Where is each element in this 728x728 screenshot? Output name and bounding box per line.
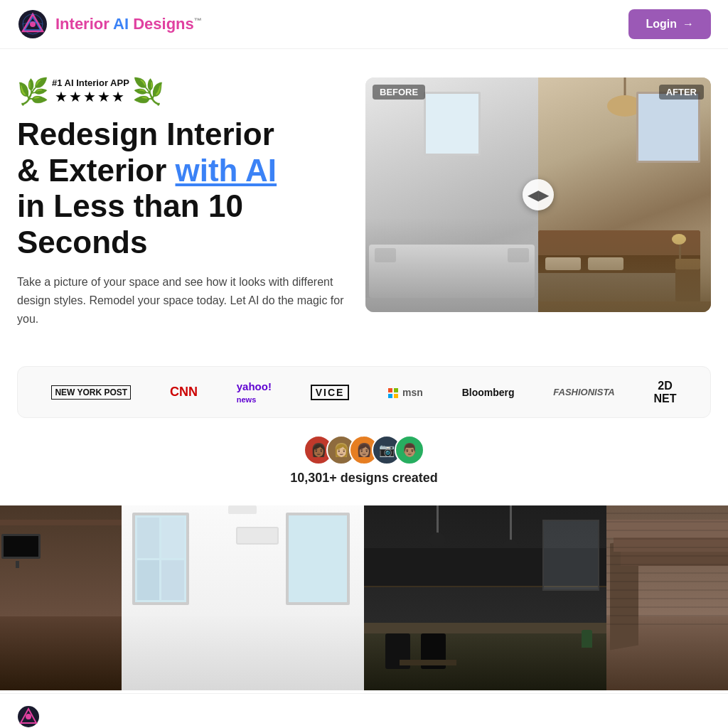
slider-icon: ◀▶ [528,186,549,203]
award-badge: 🌿 #1 AI Interior APP ★★★★★ 🌿 [17,77,344,105]
heading-line3: in Less than 10 [17,188,243,223]
logo-icon [17,9,48,40]
gallery-item-3 [364,505,606,690]
before-panel: BEFORE [365,77,538,312]
avatars-group: 👩🏾 👩🏼 👩🏽 📷 👨🏽 [304,435,424,465]
gallery-item-4 [606,505,728,690]
press-logo-nytimes: NEW YORK POST [51,385,131,400]
after-panel: AFTER [538,77,711,312]
logo-area: Interior AI Designs™ [17,9,202,40]
heading-line1: Redesign Interior [17,117,274,151]
gallery-item-1 [0,505,122,690]
svg-rect-5 [388,388,392,392]
hero-heading: Redesign Interior & Exterior with AI in … [17,117,344,260]
avatar-5: 👨🏽 [395,435,424,465]
logo-text: Interior AI Designs™ [55,15,202,33]
laurel-left-icon: 🌿 [17,79,49,105]
award-stars: ★★★★★ [52,88,129,105]
bottom-logo-icon [17,705,40,728]
svg-rect-8 [394,394,398,398]
hero-section: 🌿 #1 AI Interior APP ★★★★★ 🌿 Redesign In… [0,49,728,366]
press-bar: NEW YORK POST CNN yahoo!news VICE msn Bl… [17,366,711,418]
press-logo-zdnet: 2DNET [654,380,677,405]
hero-description: Take a picture of your space and see how… [17,273,344,328]
press-logo-vice: VICE [311,385,350,400]
svg-point-11 [26,714,31,719]
heading-line2-plain: & Exterior [17,153,176,188]
designs-count: 10,301+ designs created [290,471,438,486]
login-arrow-icon: → [682,18,694,31]
login-label: Login [646,18,677,31]
gallery-item-2 [122,505,364,690]
social-proof: 👩🏾 👩🏼 👩🏽 📷 👨🏽 10,301+ designs created [0,435,728,486]
login-button[interactable]: Login → [628,9,711,39]
heading-line4: Seconds [17,225,147,259]
award-title: #1 AI Interior APP [52,77,129,88]
heading-ai-highlight: with AI [176,153,277,188]
award-center: #1 AI Interior APP ★★★★★ [52,77,129,105]
hero-left: 🌿 #1 AI Interior APP ★★★★★ 🌿 Redesign In… [17,77,344,345]
press-logo-cnn: CNN [170,385,198,400]
press-logo-yahoo: yahoo!news [237,380,272,405]
svg-rect-6 [394,388,398,392]
header: Interior AI Designs™ Login → [0,0,728,49]
slider-handle[interactable]: ◀▶ [523,179,554,210]
laurel-right-icon: 🌿 [132,79,164,105]
press-logo-msn: msn [388,387,423,398]
gallery [0,505,728,690]
after-label: AFTER [659,85,704,100]
svg-rect-7 [388,394,392,398]
before-after-slider[interactable]: BEFORE [365,77,711,312]
before-label: BEFORE [373,85,425,100]
press-logo-bloomberg: Bloomberg [462,387,515,398]
bottom-bar [0,693,728,728]
press-logo-fashionista: FASHIONISTA [553,387,614,397]
